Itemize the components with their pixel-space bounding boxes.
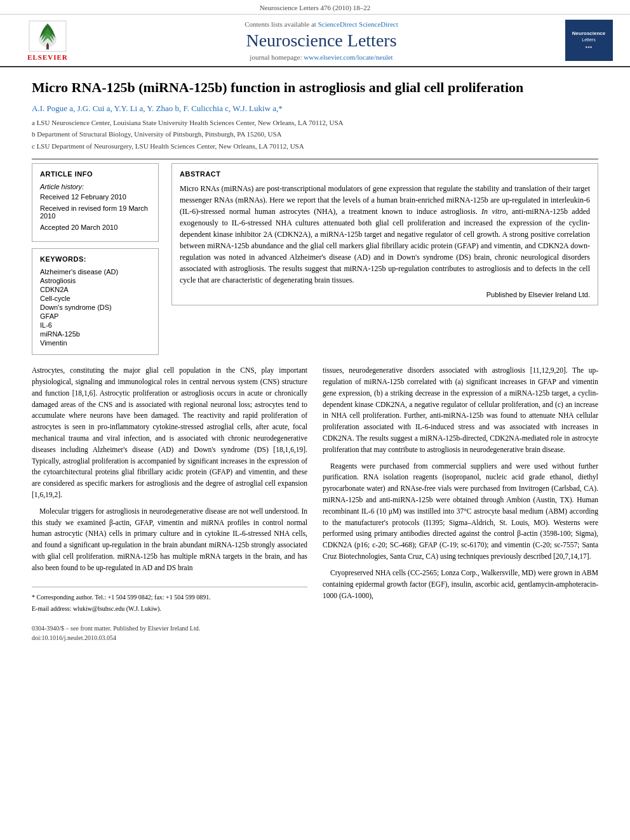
footer-doi: doi:10.1016/j.neulet.2010.03.054 <box>32 633 200 643</box>
affiliation-c: c LSU Department of Neurosurgery, LSU He… <box>32 141 598 152</box>
keyword-astrogliosis: Astrogliosis <box>40 277 151 284</box>
journal-name: Neuroscience Letters <box>83 30 560 51</box>
keyword-cell-cycle: Cell-cycle <box>40 295 151 302</box>
affiliations: a LSU Neuroscience Center, Louisiana Sta… <box>32 117 598 152</box>
article-content: Micro RNA-125b (miRNA-125b) function in … <box>0 67 630 662</box>
abstract-text: Micro RNAs (miRNAs) are post-transcripti… <box>180 183 590 286</box>
elsevier-text: ELSEVIER <box>27 53 68 61</box>
abstract-box: ABSTRACT Micro RNAs (miRNAs) are post-tr… <box>171 163 598 305</box>
keyword-il6: IL-6 <box>40 321 151 329</box>
keywords-box: Keywords: Alzheimer's disease (AD) Astro… <box>32 248 159 355</box>
body-two-col: Astrocytes, constituting the major glial… <box>32 365 598 643</box>
article-title: Micro RNA-125b (miRNA-125b) function in … <box>32 79 598 97</box>
keyword-gfap: GFAP <box>40 312 151 320</box>
history-label: Article history: <box>40 183 151 190</box>
body-para-1: Astrocytes, constituting the major glial… <box>32 365 307 501</box>
footer-line1: 0304-3940/$ – see front matter. Publishe… <box>32 623 200 633</box>
volume-text: Neuroscience Letters 476 (2010) 18–22 <box>260 4 371 11</box>
body-col-right: tissues, neurodegenerative disorders ass… <box>323 365 598 643</box>
contents-line: Contents lists available at ScienceDirec… <box>83 20 560 28</box>
body-para-4: Reagents were purchased from commercial … <box>323 461 598 563</box>
right-panel: ABSTRACT Micro RNAs (miRNAs) are post-tr… <box>171 163 598 355</box>
keyword-mirna: miRNA-125b <box>40 330 151 338</box>
footnote-2: E-mail address: wlukiw@lsuhsc.edu (W.J. … <box>32 604 307 613</box>
left-panel: ARTICLE INFO Article history: Received 1… <box>32 163 159 355</box>
authors-text: A.I. Pogue a, J.G. Cui a, Y.Y. Li a, Y. … <box>32 103 283 113</box>
article-info-box: ARTICLE INFO Article history: Received 1… <box>32 163 159 242</box>
accepted-date: Accepted 20 March 2010 <box>40 223 151 231</box>
homepage-line: journal homepage: www.elsevier.com/locat… <box>83 53 560 61</box>
published-by: Published by Elsevier Ireland Ltd. <box>180 291 590 298</box>
body-para-5: Cryopreserved NHA cells (CC-2565; Lonza … <box>323 568 598 601</box>
abstract-label: ABSTRACT <box>180 170 590 178</box>
journal-title-area: Contents lists available at ScienceDirec… <box>83 20 560 61</box>
affiliation-b: b Department of Structural Biology, Univ… <box>32 129 598 140</box>
keyword-ds: Down's syndrome (DS) <box>40 303 151 311</box>
body-para-2: Molecular triggers for astrogliosis in n… <box>32 506 307 574</box>
keyword-ad: Alzheimer's disease (AD) <box>40 268 151 276</box>
elsevier-tree-icon <box>29 20 67 52</box>
authors-line: A.I. Pogue a, J.G. Cui a, Y.Y. Li a, Y. … <box>32 103 598 114</box>
page-footer: 0304-3940/$ – see front matter. Publishe… <box>32 623 307 643</box>
sciencedirect-link[interactable]: ScienceDirect <box>318 20 358 28</box>
keyword-cdkn2a: CDKN2A <box>40 286 151 293</box>
article-info-label: ARTICLE INFO <box>40 170 151 178</box>
body-col-left: Astrocytes, constituting the major glial… <box>32 365 307 643</box>
keyword-vimentin: Vimentin <box>40 339 151 347</box>
ns-letters-icon: Neuroscience Letters ●●● <box>565 20 613 61</box>
footnotes-area: * Corresponding author. Tel.: +1 504 599… <box>32 587 307 613</box>
journal-header: ELSEVIER Contents lists available at Sci… <box>0 15 630 67</box>
body-section: Astrocytes, constituting the major glial… <box>32 365 598 643</box>
affiliation-a: a LSU Neuroscience Center, Louisiana Sta… <box>32 117 598 128</box>
body-para-3: tissues, neurodegenerative disorders ass… <box>323 365 598 456</box>
volume-info: Neuroscience Letters 476 (2010) 18–22 <box>0 0 630 15</box>
footnote-1: * Corresponding author. Tel.: +1 504 599… <box>32 592 307 602</box>
footer-copyright: 0304-3940/$ – see front matter. Publishe… <box>32 623 200 643</box>
info-abstract-section: ARTICLE INFO Article history: Received 1… <box>32 163 598 355</box>
keywords-label: Keywords: <box>40 255 151 263</box>
divider <box>32 159 598 159</box>
elsevier-logo: ELSEVIER <box>27 20 68 61</box>
elsevier-logo-area: ELSEVIER <box>13 20 83 61</box>
homepage-url[interactable]: www.elsevier.com/locate/neulet <box>304 53 392 61</box>
ns-letters-logo-area: Neuroscience Letters ●●● <box>560 20 617 61</box>
received-revised-date: Received in revised form 19 March 2010 <box>40 204 151 220</box>
received-date: Received 12 February 2010 <box>40 193 151 201</box>
